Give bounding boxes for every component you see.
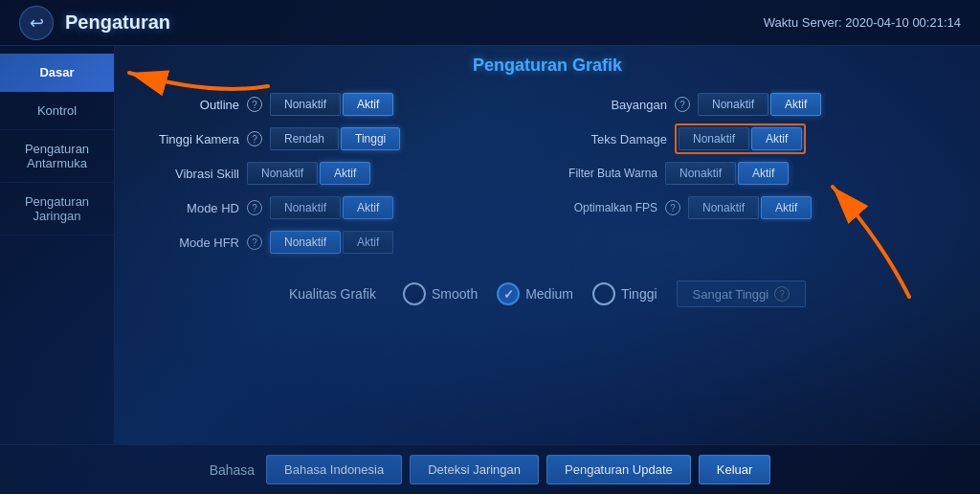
outline-toggle: Nonaktif Aktif <box>270 93 393 116</box>
quality-label: Kualitas Grafik <box>289 286 376 302</box>
setting-mode-hfr: Mode HFR ? Nonaktif Aktif <box>134 225 533 259</box>
bayangan-question[interactable]: ? <box>675 97 690 112</box>
setting-outline: Outline ? Nonaktif Aktif <box>134 87 533 122</box>
right-settings: Bayangan ? Nonaktif Aktif Teks Damage No… <box>562 87 961 259</box>
vibrasi-skill-aktif[interactable]: Aktif <box>320 162 370 185</box>
tinggi-kamera-question[interactable]: ? <box>247 131 262 146</box>
quality-medium[interactable]: Medium <box>497 282 573 305</box>
setting-tinggi-kamera: Tinggi Kamera ? Rendah Tinggi <box>134 122 533 156</box>
tinggi-label: Tinggi <box>621 286 657 302</box>
sidebar-item-kontrol[interactable]: Kontrol <box>0 92 114 130</box>
setting-filter-buta-warna: Filter Buta Warna Nonaktif Aktif <box>562 156 961 191</box>
keluar-button[interactable]: Keluar <box>699 455 771 484</box>
tinggi-kamera-toggle: Rendah Tinggi <box>270 127 400 150</box>
filter-buta-warna-label: Filter Buta Warna <box>562 167 657 180</box>
page-title: Pengaturan <box>65 11 170 34</box>
bayangan-label: Bayangan <box>562 98 667 112</box>
deteksi-jaringan-button[interactable]: Deteksi Jaringan <box>410 455 539 484</box>
sidebar-item-jaringan[interactable]: Pengaturan Jaringan <box>0 183 114 236</box>
mode-hd-toggle: Nonaktif Aktif <box>270 196 393 219</box>
outline-aktif[interactable]: Aktif <box>343 93 393 116</box>
bahasa-indonesia-button[interactable]: Bahasa Indonesia <box>266 455 402 484</box>
teks-damage-aktif[interactable]: Aktif <box>751 127 802 150</box>
mode-hd-aktif[interactable]: Aktif <box>343 196 393 219</box>
sidebar-item-antarmuka[interactable]: Pengaturan Antarmuka <box>0 130 114 183</box>
optimalkan-fps-toggle: Nonaktif Aktif <box>688 196 812 219</box>
smooth-label: Smooth <box>432 286 478 302</box>
tinggi-radio <box>592 282 615 305</box>
teks-damage-label: Teks Damage <box>562 132 667 146</box>
header: ↩ Pengaturan Waktu Server: 2020-04-10 00… <box>0 0 980 46</box>
back-button[interactable]: ↩ <box>19 6 54 40</box>
bayangan-toggle: Nonaktif Aktif <box>698 93 821 116</box>
sangat-tinggi-question[interactable]: ? <box>774 286 790 302</box>
outline-question[interactable]: ? <box>247 97 262 112</box>
sidebar: Dasar Kontrol Pengaturan Antarmuka Penga… <box>0 46 115 444</box>
quality-row: Kualitas Grafik Smooth Medium Tinggi San… <box>134 273 961 315</box>
vibrasi-skill-label: Vibrasi Skill <box>134 167 239 181</box>
tinggi-kamera-label: Tinggi Kamera <box>134 132 239 146</box>
outline-nonaktif[interactable]: Nonaktif <box>270 93 341 116</box>
language-label: Bahasa <box>210 462 255 478</box>
optimalkan-fps-question[interactable]: ? <box>665 200 680 215</box>
header-left: ↩ Pengaturan <box>19 6 170 40</box>
setting-mode-hd: Mode HD ? Nonaktif Aktif <box>134 191 533 225</box>
setting-teks-damage: Teks Damage Nonaktif Aktif <box>562 122 961 156</box>
setting-optimalkan-fps: Optimalkan FPS ? Nonaktif Aktif <box>562 191 961 225</box>
quality-smooth[interactable]: Smooth <box>403 282 478 305</box>
tinggi-kamera-tinggi[interactable]: Tinggi <box>341 127 400 150</box>
tinggi-kamera-rendah[interactable]: Rendah <box>270 127 339 150</box>
outline-label: Outline <box>134 98 239 112</box>
pengaturan-update-button[interactable]: Pengaturan Update <box>546 455 691 484</box>
sangat-tinggi-label: Sangat Tinggi <box>693 287 769 302</box>
settings-grid: Outline ? Nonaktif Aktif Tinggi Kamera ?… <box>134 87 961 259</box>
server-time: Waktu Server: 2020-04-10 00:21:14 <box>764 15 961 30</box>
medium-radio <box>497 282 520 305</box>
mode-hfr-question[interactable]: ? <box>247 235 262 250</box>
teks-damage-highlight: Nonaktif Aktif <box>675 124 806 154</box>
back-icon: ↩ <box>30 12 44 34</box>
main-layout: Dasar Kontrol Pengaturan Antarmuka Penga… <box>0 46 980 444</box>
vibrasi-skill-toggle: Nonaktif Aktif <box>247 162 370 185</box>
vibrasi-skill-nonaktif[interactable]: Nonaktif <box>247 162 318 185</box>
bayangan-aktif[interactable]: Aktif <box>770 93 821 116</box>
mode-hfr-nonaktif[interactable]: Nonaktif <box>270 231 341 254</box>
optimalkan-fps-label: Optimalkan FPS <box>562 201 657 214</box>
mode-hd-label: Mode HD <box>134 201 239 215</box>
bayangan-nonaktif[interactable]: Nonaktif <box>698 93 768 116</box>
mode-hfr-label: Mode HFR <box>134 236 239 250</box>
mode-hd-nonaktif[interactable]: Nonaktif <box>270 196 341 219</box>
mode-hfr-toggle: Nonaktif Aktif <box>270 231 393 254</box>
medium-label: Medium <box>525 286 573 302</box>
filter-buta-warna-nonaktif[interactable]: Nonaktif <box>665 162 736 185</box>
quality-tinggi[interactable]: Tinggi <box>592 282 657 305</box>
mode-hd-question[interactable]: ? <box>247 200 262 215</box>
content-area: Pengaturan Grafik Outline ? Nonaktif Akt… <box>115 46 980 444</box>
optimalkan-fps-aktif[interactable]: Aktif <box>761 196 812 219</box>
mode-hfr-aktif[interactable]: Aktif <box>343 231 393 254</box>
section-title: Pengaturan Grafik <box>134 56 961 76</box>
teks-damage-nonaktif[interactable]: Nonaktif <box>679 127 749 150</box>
sidebar-item-dasar[interactable]: Dasar <box>0 54 114 92</box>
footer: Bahasa Bahasa Indonesia Deteksi Jaringan… <box>0 444 980 494</box>
setting-bayangan: Bayangan ? Nonaktif Aktif <box>562 87 961 122</box>
optimalkan-fps-nonaktif[interactable]: Nonaktif <box>688 196 759 219</box>
filter-buta-warna-toggle: Nonaktif Aktif <box>665 162 789 185</box>
quality-sangat-tinggi[interactable]: Sangat Tinggi ? <box>677 281 807 307</box>
setting-vibrasi-skill: Vibrasi Skill Nonaktif Aktif <box>134 156 533 191</box>
filter-buta-warna-aktif[interactable]: Aktif <box>738 162 789 185</box>
smooth-radio <box>403 282 426 305</box>
left-settings: Outline ? Nonaktif Aktif Tinggi Kamera ?… <box>134 87 533 259</box>
